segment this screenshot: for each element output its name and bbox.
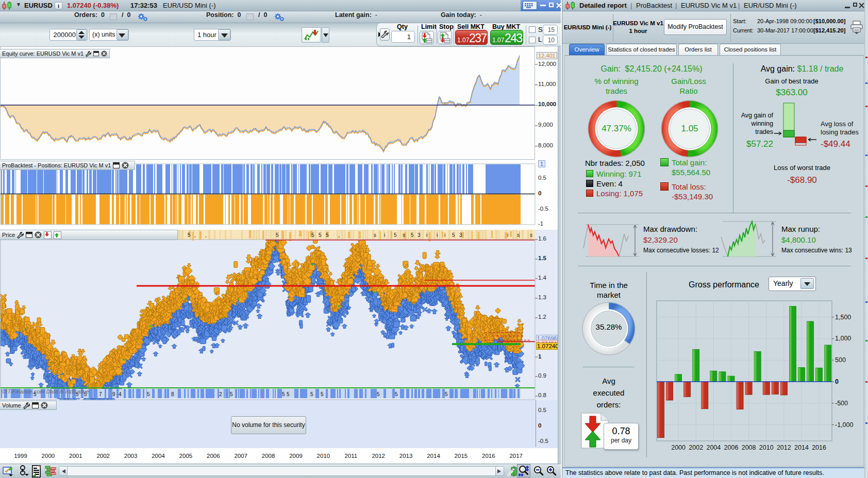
svg-text:2000: 2000 [671,444,686,451]
svg-text:2006: 2006 [724,444,739,451]
svg-text:5: 5 [326,232,329,238]
svg-text:s: s [374,232,376,238]
svg-text:i: i [384,232,385,238]
svg-text:5: 5 [311,232,314,238]
svg-text:5: 5 [310,391,313,397]
svg-text:7: 7 [99,391,102,397]
svg-text:5: 5 [445,391,448,397]
svg-text:8: 8 [171,391,174,397]
svg-text:2002: 2002 [689,444,703,451]
svg-text:5: 5 [319,232,322,238]
svg-text:2016: 2016 [812,444,826,451]
svg-text:2014: 2014 [794,444,809,451]
svg-text:i: i [437,232,438,238]
svg-text:3: 3 [459,232,462,238]
svg-text:,: , [194,232,196,238]
svg-text:500: 500 [835,356,846,364]
svg-text:5: 5 [147,391,150,397]
svg-text:5: 5 [395,391,398,397]
svg-text:s: s [403,232,405,238]
svg-text:2010: 2010 [759,444,774,451]
svg-text:5: 5 [188,232,191,238]
svg-text:5: 5 [394,232,397,238]
svg-text:0: 0 [835,378,839,385]
svg-text:3: 3 [418,232,421,238]
svg-text:2004: 2004 [706,444,721,451]
svg-text:5: 5 [230,391,233,397]
svg-text:5: 5 [452,232,455,238]
svg-text:-1,000: -1,000 [835,421,853,429]
svg-text:i: i [507,232,508,238]
svg-text:2008: 2008 [742,444,756,451]
svg-text:5: 5 [411,232,414,238]
svg-text:9: 9 [112,391,115,397]
svg-text:4: 4 [119,391,122,397]
svg-text:5: 5 [276,232,279,238]
svg-text:s: s [530,232,532,238]
svg-text:2012: 2012 [777,444,791,451]
svg-text:s: s [517,232,520,238]
svg-text:1,500: 1,500 [835,314,851,321]
svg-text:5: 5 [377,391,380,397]
svg-text:5: 5 [282,391,285,397]
svg-text:i: i [426,232,427,238]
svg-text:2: 2 [219,391,222,397]
svg-text:-500: -500 [835,400,848,407]
svg-text:i: i [444,232,445,238]
svg-text:,: , [338,232,340,238]
svg-text:,: , [205,232,207,238]
svg-text:1,000: 1,000 [835,335,851,342]
svg-text:5: 5 [287,391,290,397]
svg-text:5: 5 [321,391,324,397]
